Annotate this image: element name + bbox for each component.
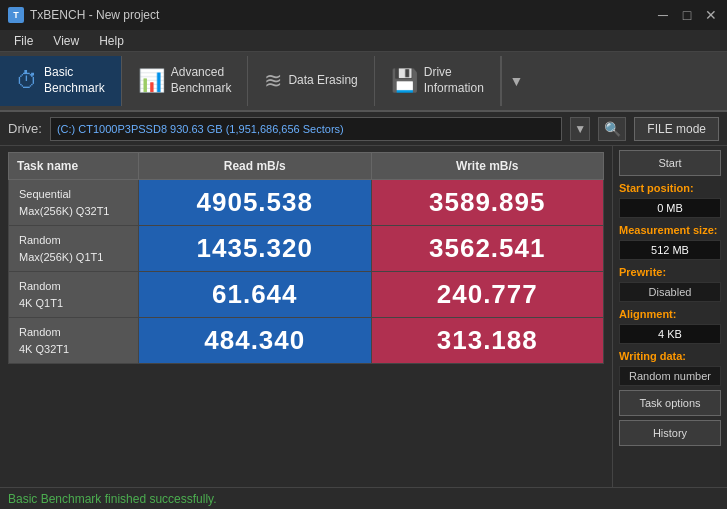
read-cell: 4905.538 xyxy=(139,180,372,226)
menu-help[interactable]: Help xyxy=(91,32,132,50)
task-line2: Max(256K) Q32T1 xyxy=(19,205,109,217)
table-area: Task name Read mB/s Write mB/s Sequentia… xyxy=(0,146,612,487)
drive-bar: Drive: (C:) CT1000P3PSSD8 930.63 GB (1,9… xyxy=(0,112,727,146)
write-cell: 313.188 xyxy=(371,318,604,364)
task-cell: RandomMax(256K) Q1T1 xyxy=(9,226,139,272)
benchmark-table: Task name Read mB/s Write mB/s Sequentia… xyxy=(8,152,604,364)
prewrite-value: Disabled xyxy=(619,282,721,302)
title-bar-controls: ─ □ ✕ xyxy=(655,7,719,23)
task-line1: Sequential xyxy=(19,188,71,200)
title-bar-title: TxBENCH - New project xyxy=(30,8,159,22)
alignment-label: Alignment: xyxy=(619,308,721,320)
drive-dropdown-arrow[interactable]: ▼ xyxy=(570,117,590,141)
read-value: 61.644 xyxy=(212,279,298,309)
drive-information-label-line2: Information xyxy=(424,81,484,97)
toolbar-drive-information[interactable]: 💾 Drive Information xyxy=(375,56,501,106)
read-value: 4905.538 xyxy=(197,187,313,217)
drive-select[interactable]: (C:) CT1000P3PSSD8 930.63 GB (1,951,686,… xyxy=(50,117,562,141)
title-bar-left: T TxBENCH - New project xyxy=(8,7,159,23)
task-cell: Random4K Q32T1 xyxy=(9,318,139,364)
menu-bar: File View Help xyxy=(0,30,727,52)
write-cell: 240.777 xyxy=(371,272,604,318)
toolbar-basic-benchmark[interactable]: ⏱ Basic Benchmark xyxy=(0,56,122,106)
read-cell: 484.340 xyxy=(139,318,372,364)
read-cell: 61.644 xyxy=(139,272,372,318)
toolbar-dropdown[interactable]: ▼ xyxy=(501,56,531,106)
maximize-button[interactable]: □ xyxy=(679,7,695,23)
write-cell: 3589.895 xyxy=(371,180,604,226)
advanced-benchmark-label-line2: Benchmark xyxy=(171,81,232,97)
start-position-value: 0 MB xyxy=(619,198,721,218)
start-position-label: Start position: xyxy=(619,182,721,194)
read-value: 484.340 xyxy=(204,325,305,355)
history-button[interactable]: History xyxy=(619,420,721,446)
task-cell: Random4K Q1T1 xyxy=(9,272,139,318)
advanced-benchmark-icon: 📊 xyxy=(138,68,165,94)
basic-benchmark-label-line1: Basic xyxy=(44,65,73,81)
task-line2: Max(256K) Q1T1 xyxy=(19,251,103,263)
minimize-button[interactable]: ─ xyxy=(655,7,671,23)
task-line2: 4K Q32T1 xyxy=(19,343,69,355)
sidebar: Start Start position: 0 MB Measurement s… xyxy=(612,146,727,487)
task-line1: Random xyxy=(19,280,61,292)
toolbar-data-erasing[interactable]: ≋ Data Erasing xyxy=(248,56,374,106)
toolbar-advanced-benchmark[interactable]: 📊 Advanced Benchmark xyxy=(122,56,249,106)
writing-data-value: Random number xyxy=(619,366,721,386)
col-header-write: Write mB/s xyxy=(371,153,604,180)
drive-information-icon: 💾 xyxy=(391,68,418,94)
alignment-value: 4 KB xyxy=(619,324,721,344)
table-row: Random4K Q32T1484.340313.188 xyxy=(9,318,604,364)
data-erasing-icon: ≋ xyxy=(264,68,282,94)
task-cell: SequentialMax(256K) Q32T1 xyxy=(9,180,139,226)
toolbar: ⏱ Basic Benchmark 📊 Advanced Benchmark ≋… xyxy=(0,52,727,112)
app-icon: T xyxy=(8,7,24,23)
drive-value: (C:) CT1000P3PSSD8 930.63 GB (1,951,686,… xyxy=(57,123,344,135)
menu-view[interactable]: View xyxy=(45,32,87,50)
write-value: 3589.895 xyxy=(429,187,545,217)
main-area: Task name Read mB/s Write mB/s Sequentia… xyxy=(0,146,727,487)
start-button[interactable]: Start xyxy=(619,150,721,176)
writing-data-label: Writing data: xyxy=(619,350,721,362)
file-mode-button[interactable]: FILE mode xyxy=(634,117,719,141)
basic-benchmark-icon: ⏱ xyxy=(16,68,38,94)
read-value: 1435.320 xyxy=(197,233,313,263)
task-line1: Random xyxy=(19,326,61,338)
table-row: Random4K Q1T161.644240.777 xyxy=(9,272,604,318)
col-header-read: Read mB/s xyxy=(139,153,372,180)
write-value: 240.777 xyxy=(437,279,538,309)
advanced-benchmark-label-line1: Advanced xyxy=(171,65,224,81)
drive-label: Drive: xyxy=(8,121,42,136)
status-bar: Basic Benchmark finished successfully. xyxy=(0,487,727,509)
title-bar: T TxBENCH - New project ─ □ ✕ xyxy=(0,0,727,30)
write-value: 313.188 xyxy=(437,325,538,355)
write-value: 3562.541 xyxy=(429,233,545,263)
measurement-size-label: Measurement size: xyxy=(619,224,721,236)
measurement-size-value: 512 MB xyxy=(619,240,721,260)
data-erasing-label: Data Erasing xyxy=(288,73,357,89)
drive-information-label-line1: Drive xyxy=(424,65,452,81)
col-header-task: Task name xyxy=(9,153,139,180)
task-line1: Random xyxy=(19,234,61,246)
menu-file[interactable]: File xyxy=(6,32,41,50)
status-message: Basic Benchmark finished successfully. xyxy=(8,492,217,506)
drive-search-button[interactable]: 🔍 xyxy=(598,117,626,141)
close-button[interactable]: ✕ xyxy=(703,7,719,23)
task-options-button[interactable]: Task options xyxy=(619,390,721,416)
table-row: RandomMax(256K) Q1T11435.3203562.541 xyxy=(9,226,604,272)
task-line2: 4K Q1T1 xyxy=(19,297,63,309)
basic-benchmark-label-line2: Benchmark xyxy=(44,81,105,97)
prewrite-label: Prewrite: xyxy=(619,266,721,278)
read-cell: 1435.320 xyxy=(139,226,372,272)
table-row: SequentialMax(256K) Q32T14905.5383589.89… xyxy=(9,180,604,226)
write-cell: 3562.541 xyxy=(371,226,604,272)
